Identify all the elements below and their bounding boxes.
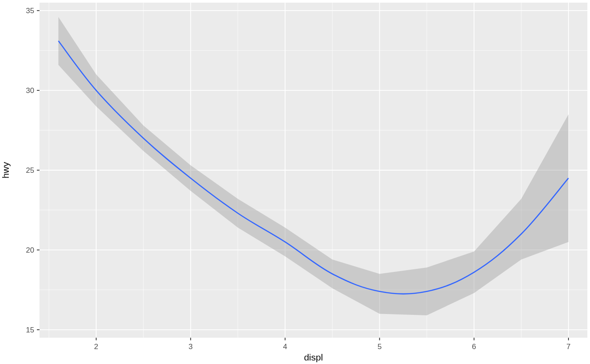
x-tick-label: 6 xyxy=(472,343,476,351)
x-tick-label: 7 xyxy=(566,343,570,351)
x-tick-label: 4 xyxy=(283,343,287,351)
chart-container: 234567 1520253035 displ hwy xyxy=(0,0,590,364)
y-tick-label: 35 xyxy=(26,7,34,15)
chart-svg: 234567 1520253035 displ hwy xyxy=(0,0,590,364)
y-tick-label: 15 xyxy=(26,326,34,334)
x-tick-label: 3 xyxy=(189,343,193,351)
y-axis-title: hwy xyxy=(0,162,11,178)
x-tick-label: 2 xyxy=(94,343,98,351)
y-tick-label: 20 xyxy=(26,246,34,254)
y-tick-label: 30 xyxy=(26,86,34,95)
y-tick-label: 25 xyxy=(26,166,34,175)
x-tick-label: 5 xyxy=(378,343,381,351)
x-axis-title: displ xyxy=(304,352,323,362)
